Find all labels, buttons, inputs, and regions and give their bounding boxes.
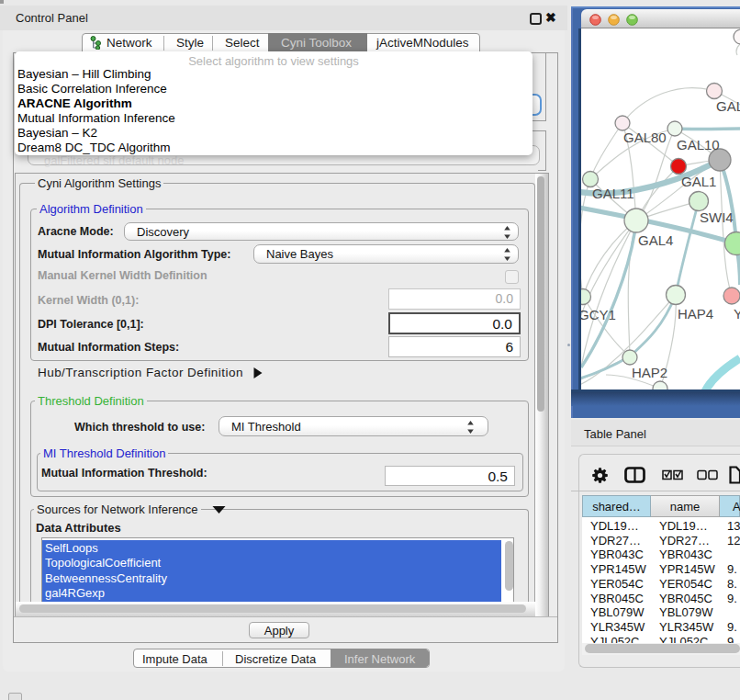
svg-text:GAL11: GAL11: [592, 186, 634, 201]
svg-text:GAL2: GAL2: [716, 98, 740, 114]
svg-text:GAL10: GAL10: [677, 137, 720, 152]
svg-text:GCY1: GCY1: [578, 307, 616, 322]
svg-text:GAL1: GAL1: [681, 174, 716, 189]
svg-text:SWI4: SWI4: [700, 209, 734, 225]
svg-text:HAP4: HAP4: [678, 306, 713, 322]
svg-text:GAL80: GAL80: [623, 130, 667, 145]
svg-text:GAL4: GAL4: [638, 232, 673, 248]
svg-text:HAP2: HAP2: [632, 365, 667, 380]
svg-text:YJ: YJ: [734, 306, 740, 322]
